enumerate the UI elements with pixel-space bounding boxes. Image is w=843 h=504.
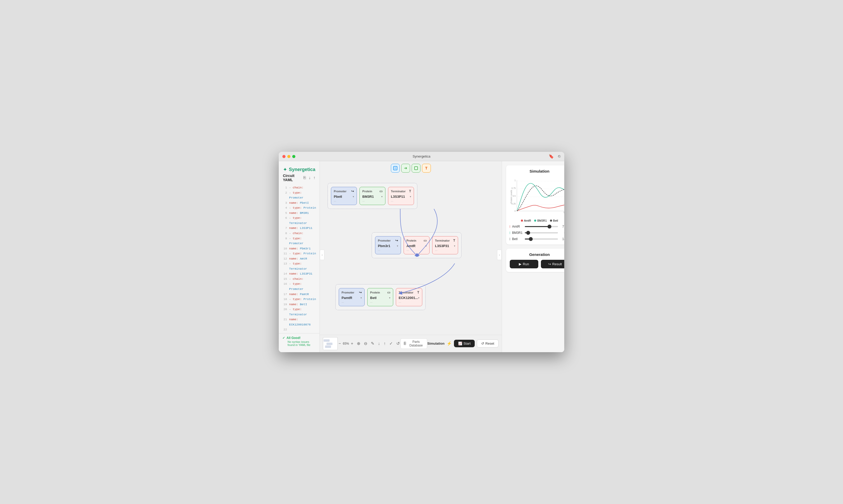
validate-icon[interactable]: ✓: [389, 340, 393, 347]
zoom-in-btn[interactable]: +: [350, 341, 354, 347]
part-block-protein-2[interactable]: Protein ▭ AmtR ▾ ···: [403, 236, 430, 254]
download-icon[interactable]: ↓: [309, 176, 311, 180]
svg-rect-1: [394, 167, 396, 169]
center-panel: T ‹ ›: [320, 161, 502, 352]
legend-label-amtr: AmtR: [524, 219, 531, 222]
dropdown-icon[interactable]: ▾: [389, 296, 390, 299]
canvas-area[interactable]: ‹ ›: [320, 175, 502, 335]
dropdown-icon[interactable]: ▾: [381, 195, 382, 198]
part-type-label: Protein: [407, 239, 416, 242]
slider-amtr[interactable]: [524, 226, 558, 227]
yaml-line: 11 - type: Protein: [282, 251, 317, 256]
dropdown-icon[interactable]: ▾: [454, 245, 455, 247]
part-block-protein-1[interactable]: Protein ▭ BM3R1 ▾ ···: [359, 187, 385, 205]
dropdown-icon[interactable]: ▾: [410, 195, 411, 198]
canvas-toolbar: T: [320, 161, 502, 175]
panel-action-icons: ⎘ ↓ ↑: [303, 176, 315, 180]
check-icon: ✓: [282, 336, 285, 340]
select-tool[interactable]: [391, 164, 400, 173]
dropdown-icon[interactable]: ▾: [425, 245, 427, 247]
db-icon: 🗄: [403, 342, 407, 345]
lightning-icon: ⚡: [447, 341, 452, 346]
slider-label-amtr: AmtR: [512, 225, 522, 228]
part-name: BM3R1: [362, 195, 374, 199]
box-tool[interactable]: [412, 164, 420, 173]
yaml-line: 7 name: L3S3P11: [282, 226, 317, 231]
part-dots: ···: [342, 301, 362, 304]
status-sub-text: No syntax issues found in YAML file: [282, 340, 316, 346]
status-ok-text: All Good!: [287, 336, 301, 340]
svg-text:0.5: 0.5: [513, 195, 516, 197]
yaml-line: 12 name: AmtR: [282, 256, 317, 262]
collapse-right-btn[interactable]: ›: [497, 250, 502, 260]
reset-button[interactable]: ↺ Reset: [477, 340, 499, 347]
part-type-label: Promoter: [378, 239, 391, 242]
part-name: AmtR: [407, 244, 415, 248]
part-type-label: Terminator: [399, 291, 413, 294]
logo-icon: ✦: [283, 166, 287, 173]
remove-icon[interactable]: ⊖: [363, 340, 368, 347]
share-icon[interactable]: ⎋: [558, 154, 561, 159]
yaml-line: 5 name: BM3R1: [282, 211, 317, 216]
part-dots: ···: [362, 200, 382, 203]
svg-text:Time: Time: [563, 212, 564, 214]
generation-title: Generation: [510, 252, 564, 257]
chart-legend: AmtR BM3R1 BetI: [510, 219, 564, 222]
fullscreen-button[interactable]: [292, 155, 295, 158]
titlebar-action-icons: 🔖 ⎋: [549, 154, 561, 159]
bookmark-icon[interactable]: 🔖: [549, 154, 554, 159]
part-block-promoter-1[interactable]: Promoter ↪ PbetI ▾ ···: [331, 187, 357, 205]
part-block-protein-3[interactable]: Protein ▭ BetI ▾ ···: [367, 288, 393, 306]
slider-bm3r1[interactable]: [524, 232, 558, 233]
canvas-bottom-bar: − 65% + ⊕ ⊖ ✎ ↓ ↑ ✓ ↺ 🗄 Parts Database: [320, 335, 502, 352]
svg-text:1: 1: [515, 179, 516, 182]
arrow-tool[interactable]: [401, 164, 410, 173]
chain-2: Promoter ↪ Pbm3r1 ▾ ··· Protein ▭: [372, 232, 462, 258]
part-dots: ···: [378, 249, 398, 252]
part-block-terminator-1[interactable]: Terminator T L3S3P11 ▾ ···: [388, 187, 414, 205]
dropdown-icon[interactable]: ▾: [353, 195, 354, 198]
yaml-line: 1- chain:: [282, 185, 317, 190]
part-dots: ···: [399, 301, 419, 304]
simulation-section-label: Simulation: [427, 342, 444, 345]
parts-database-btn[interactable]: 🗄 Parts Database: [400, 338, 427, 349]
upload-icon[interactable]: ↑: [383, 341, 387, 347]
part-dots: ···: [391, 200, 411, 203]
terminator-icon: T: [417, 290, 419, 294]
upload-icon[interactable]: ↑: [313, 176, 315, 180]
part-block-promoter-3[interactable]: Promoter ↪ PamtR ▾ ···: [339, 288, 365, 306]
yaml-line: 3 name: PbetI: [282, 200, 317, 205]
add-icon[interactable]: ⊕: [356, 340, 361, 347]
dropdown-icon[interactable]: ▾: [360, 296, 362, 299]
protein-icon: ▭: [379, 189, 382, 193]
collapse-left-btn[interactable]: ‹: [320, 250, 324, 260]
part-block-terminator-3[interactable]: Terminator T ECK12001... ▾ ···: [396, 288, 422, 306]
dropdown-icon[interactable]: ▾: [418, 296, 419, 299]
refresh-icon[interactable]: ↺: [396, 340, 400, 347]
result-icon: ↪: [548, 262, 551, 266]
yaml-line: 13 - type: Terminator: [282, 261, 317, 271]
minimize-button[interactable]: [287, 155, 290, 158]
start-button[interactable]: 📈 Start: [454, 340, 475, 347]
zoom-out-btn[interactable]: −: [338, 341, 342, 347]
yaml-line: 14 name: L3S3P31: [282, 271, 317, 276]
part-block-promoter-2[interactable]: Promoter ↪ Pbm3r1 ▾ ···: [375, 236, 401, 254]
result-button[interactable]: ↪ Result: [541, 260, 564, 268]
slider-beti[interactable]: [524, 238, 558, 239]
status-bar: ✓ All Good! No syntax issues found in YA…: [279, 333, 320, 349]
simulation-chart: 1 0.75 0.5 0.25 0 Time Protein Levels: [510, 176, 564, 217]
copy-icon[interactable]: ⎘: [303, 176, 306, 180]
slider-row-amtr: AmtR 7772: [510, 225, 564, 228]
dropdown-icon[interactable]: ▾: [397, 245, 398, 247]
part-dots: ···: [407, 249, 427, 252]
close-button[interactable]: [282, 155, 286, 158]
edit-icon[interactable]: ✎: [370, 340, 375, 347]
promoter-icon: ↪: [395, 238, 398, 242]
download-icon[interactable]: ↓: [377, 341, 381, 347]
part-block-terminator-2[interactable]: Terminator T L3S3P31 ▾ ···: [432, 236, 458, 254]
text-tool[interactable]: T: [422, 164, 431, 173]
yaml-line: 16 - type: Promoter: [282, 281, 317, 291]
chain-3: Promoter ↪ PamtR ▾ ··· Protein ▭: [335, 284, 425, 310]
yaml-editor[interactable]: 1- chain:2 - type: Promoter3 name: PbetI…: [279, 184, 320, 333]
run-button[interactable]: ▶ Run: [510, 260, 538, 268]
